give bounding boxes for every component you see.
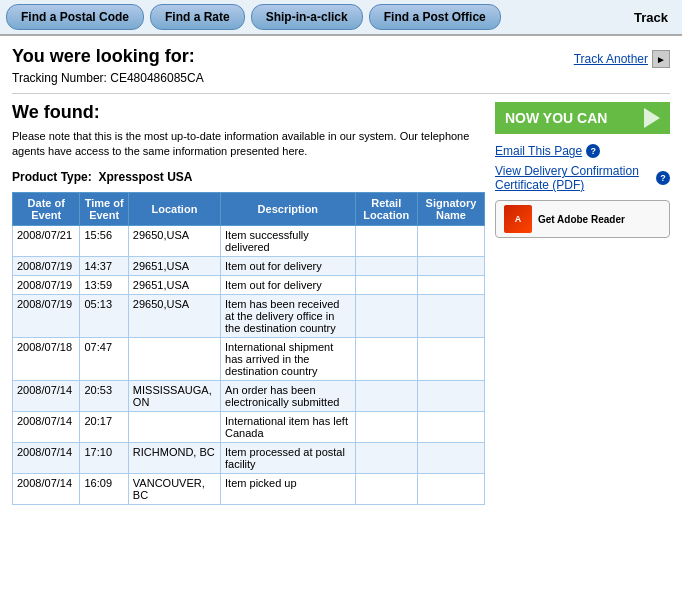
table-cell: 20:53 (80, 380, 128, 411)
table-cell: 29651,USA (128, 275, 220, 294)
tracking-number: Tracking Number: CE480486085CA (12, 71, 204, 85)
table-cell: MISSISSAUGA, ON (128, 380, 220, 411)
find-rate-button[interactable]: Find a Rate (150, 4, 245, 30)
table-cell (417, 256, 484, 275)
table-row: 2008/07/1420:17International item has le… (13, 411, 485, 442)
table-cell (355, 225, 417, 256)
adobe-reader-label: Get Adobe Reader (538, 214, 625, 225)
table-cell: 16:09 (80, 473, 128, 504)
table-cell (417, 275, 484, 294)
table-cell (417, 442, 484, 473)
table-row: 2008/07/1914:3729651,USAItem out for del… (13, 256, 485, 275)
product-type-value: Xpresspost USA (98, 170, 192, 184)
table-cell: Item out for delivery (221, 256, 356, 275)
table-cell: 2008/07/19 (13, 294, 80, 337)
ship-in-a-click-button[interactable]: Ship-in-a-click (251, 4, 363, 30)
table-cell: International shipment has arrived in th… (221, 337, 356, 380)
looking-for-block: You were looking for: Tracking Number: C… (12, 46, 204, 85)
col-description: Description (221, 192, 356, 225)
col-date: Date of Event (13, 192, 80, 225)
table-row: 2008/07/2115:5629650,USAItem successfull… (13, 225, 485, 256)
main-content: You were looking for: Tracking Number: C… (0, 36, 682, 515)
table-row: 2008/07/1417:10RICHMOND, BCItem processe… (13, 442, 485, 473)
table-cell (417, 294, 484, 337)
tracking-table: Date of Event Time of Event Location Des… (12, 192, 485, 505)
email-page-link[interactable]: Email This Page (495, 144, 582, 158)
table-cell (355, 294, 417, 337)
product-type-label: Product Type: (12, 170, 92, 184)
email-page-row: Email This Page ? (495, 144, 670, 158)
table-cell (355, 473, 417, 504)
table-cell (355, 380, 417, 411)
table-cell: Item processed at postal facility (221, 442, 356, 473)
table-cell (355, 275, 417, 294)
table-cell: 07:47 (80, 337, 128, 380)
table-cell: 2008/07/14 (13, 442, 80, 473)
top-nav: Find a Postal Code Find a Rate Ship-in-a… (0, 0, 682, 36)
table-cell (417, 225, 484, 256)
find-postal-code-button[interactable]: Find a Postal Code (6, 4, 144, 30)
track-another-link[interactable]: Track Another (574, 52, 648, 66)
table-cell: Item has been received at the delivery o… (221, 294, 356, 337)
table-cell (128, 337, 220, 380)
we-found-title: We found: (12, 102, 485, 123)
header-section: You were looking for: Tracking Number: C… (12, 46, 670, 85)
table-row: 2008/07/1913:5929651,USAItem out for del… (13, 275, 485, 294)
adobe-reader-button[interactable]: A Get Adobe Reader (495, 200, 670, 238)
right-column: NOW YOU CAN Email This Page ? View Deliv… (495, 102, 670, 238)
col-retail-location: Retail Location (355, 192, 417, 225)
view-delivery-link[interactable]: View Delivery Confirmation Certificate (… (495, 164, 652, 192)
table-cell: 29650,USA (128, 294, 220, 337)
table-cell: 29650,USA (128, 225, 220, 256)
looking-for-title: You were looking for: (12, 46, 204, 67)
header-divider (12, 93, 670, 94)
table-row: 2008/07/1416:09VANCOUVER, BCItem picked … (13, 473, 485, 504)
table-cell: 17:10 (80, 442, 128, 473)
view-delivery-info-icon[interactable]: ? (656, 171, 670, 185)
table-cell: Item successfully delivered (221, 225, 356, 256)
table-cell: RICHMOND, BC (128, 442, 220, 473)
product-type: Product Type: Xpresspost USA (12, 170, 485, 184)
email-page-info-icon[interactable]: ? (586, 144, 600, 158)
table-cell (355, 411, 417, 442)
table-cell (417, 380, 484, 411)
table-cell (355, 442, 417, 473)
we-found-note: Please note that this is the most up-to-… (12, 129, 485, 160)
table-cell: An order has been electronically submitt… (221, 380, 356, 411)
track-label: Track (634, 10, 676, 25)
table-cell: 29651,USA (128, 256, 220, 275)
track-another-arrow-icon[interactable]: ► (652, 50, 670, 68)
table-cell: 2008/07/14 (13, 411, 80, 442)
col-signatory: Signatory Name (417, 192, 484, 225)
table-cell: 20:17 (80, 411, 128, 442)
table-cell: International item has left Canada (221, 411, 356, 442)
adobe-icon: A (504, 205, 532, 233)
col-time: Time of Event (80, 192, 128, 225)
table-cell (128, 411, 220, 442)
table-cell (355, 337, 417, 380)
table-cell: 14:37 (80, 256, 128, 275)
two-col-layout: We found: Please note that this is the m… (12, 102, 670, 505)
table-cell: Item picked up (221, 473, 356, 504)
col-location: Location (128, 192, 220, 225)
track-another-block: Track Another ► (574, 50, 670, 68)
find-post-office-button[interactable]: Find a Post Office (369, 4, 501, 30)
view-delivery-row: View Delivery Confirmation Certificate (… (495, 164, 670, 192)
table-cell: 2008/07/19 (13, 256, 80, 275)
table-cell (417, 411, 484, 442)
table-cell: 15:56 (80, 225, 128, 256)
left-column: We found: Please note that this is the m… (12, 102, 485, 505)
table-cell: 2008/07/19 (13, 275, 80, 294)
table-cell: 05:13 (80, 294, 128, 337)
table-cell (417, 337, 484, 380)
table-row: 2008/07/1905:1329650,USAItem has been re… (13, 294, 485, 337)
table-cell (417, 473, 484, 504)
now-you-can-arrow-icon (644, 108, 660, 128)
table-header-row: Date of Event Time of Event Location Des… (13, 192, 485, 225)
table-cell: VANCOUVER, BC (128, 473, 220, 504)
now-you-can-banner: NOW YOU CAN (495, 102, 670, 134)
table-row: 2008/07/1420:53MISSISSAUGA, ONAn order h… (13, 380, 485, 411)
table-cell: 13:59 (80, 275, 128, 294)
now-you-can-text: NOW YOU CAN (505, 110, 607, 126)
table-row: 2008/07/1807:47International shipment ha… (13, 337, 485, 380)
